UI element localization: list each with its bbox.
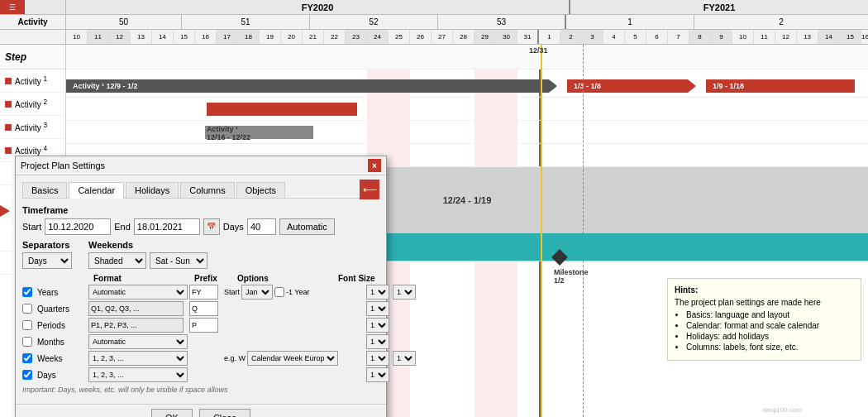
fy-header-row: ☰ FY2020 FY2021 <box>0 0 868 15</box>
quarters-font1-select[interactable]: 11 <box>366 301 389 316</box>
back-icon-button[interactable]: ⟵ <box>360 180 379 199</box>
weekends-style-select[interactable]: Shaded <box>88 252 146 269</box>
dialog-body: Basics Calendar Holidays Columns Objects… <box>16 175 386 404</box>
months-format-select[interactable]: Automatic <box>88 334 188 349</box>
step-label: Step <box>0 45 65 70</box>
weekends-days-select[interactable]: Sat - Sun <box>150 252 207 269</box>
bar-activity1-red1: 1/3 - 1/8 <box>567 79 696 93</box>
day-cells: 10 11 12 13 14 15 16 17 18 19 20 21 22 2… <box>66 30 868 44</box>
tab-objects[interactable]: Objects <box>236 182 285 198</box>
years-font2-select[interactable]: 11 <box>393 285 416 300</box>
periods-prefix-input[interactable] <box>189 318 218 333</box>
timeframe-section: Timeframe Start End 📅 Days Automatic <box>22 205 379 235</box>
week-1: 1 <box>566 15 694 29</box>
hints-title: Hints: <box>675 285 854 295</box>
days-row: Days 1, 2, 3, ... 11 <box>22 367 379 382</box>
week-numbers-row: Activity 50 51 52 53 1 2 <box>0 15 868 30</box>
activity-bullet-1 <box>5 78 12 84</box>
dialog-close-button[interactable]: × <box>368 159 381 172</box>
months-font1-select[interactable]: 11 <box>366 334 389 349</box>
separators-select[interactable]: Days <box>22 252 72 269</box>
weekends-title: Weekends <box>88 240 207 250</box>
years-start-month-select[interactable]: Jan <box>241 285 273 300</box>
separator-line <box>583 45 584 417</box>
weeks-format-select[interactable]: 1, 2, 3, ... <box>88 351 188 366</box>
milestone-label: Milestone1/2 <box>554 268 589 285</box>
periods-row: Periods 11 <box>22 318 379 333</box>
weeks-checkbox[interactable] <box>22 353 32 363</box>
periods-checkbox[interactable] <box>22 320 32 330</box>
hints-box: Hints: The project plan settings are mad… <box>667 278 861 361</box>
calendar-button[interactable]: 📅 <box>203 218 220 235</box>
activity-row-3: Activity 3 <box>0 116 65 139</box>
automatic-button[interactable]: Automatic <box>279 218 335 235</box>
dialog-footer: OK Close <box>16 404 386 417</box>
week-50: 50 <box>66 15 182 29</box>
hints-description: The project plan settings are made here <box>675 298 854 307</box>
activity-row-2: Activity 2 <box>0 93 65 116</box>
end-label: End <box>114 222 131 232</box>
tab-calendar[interactable]: Calendar <box>69 182 124 199</box>
tab-columns[interactable]: Columns <box>180 182 234 198</box>
start-label: Start <box>22 222 41 232</box>
years-checkbox[interactable] <box>22 287 32 297</box>
weeks-row: Weeks 1, 2, 3, ... e.g. W Calendar Week … <box>22 351 379 366</box>
fy2021-label: FY2021 <box>570 0 868 14</box>
months-row: Months Automatic 11 <box>22 334 379 349</box>
end-date-input[interactable] <box>134 218 200 235</box>
weekends-section: Weekends Shaded Sat - Sun <box>88 240 207 269</box>
weeks-calweek-select[interactable]: Calendar Week Europe / ISO... <box>247 351 338 366</box>
years-format-select[interactable]: Automatic <box>88 285 188 300</box>
separators-section: Separators Days <box>22 240 72 269</box>
activity-row-1: Activity 1 <box>0 70 65 93</box>
weeks-font2-select[interactable]: 11 <box>393 351 416 366</box>
week-2: 2 <box>694 15 868 29</box>
left-arrow-indicator <box>0 205 10 217</box>
years-prefix-input[interactable] <box>189 285 218 300</box>
start-date-input[interactable] <box>45 218 111 235</box>
days-format-select[interactable]: 1, 2, 3, ... <box>88 367 188 382</box>
gantt-container: ☰ FY2020 FY2021 Activity 50 51 52 53 1 2… <box>0 0 868 417</box>
quarters-checkbox[interactable] <box>22 304 32 314</box>
days-font1-select[interactable]: 11 <box>366 367 389 382</box>
quarters-format-input <box>88 301 184 316</box>
tab-holidays[interactable]: Holidays <box>126 182 179 198</box>
menu-icon: ☰ <box>9 3 16 12</box>
separators-title: Separators <box>22 240 72 250</box>
hint-item-4: Columns: labels, font size, etc. <box>686 343 854 352</box>
hint-item-2: Calendar: format and scale calendar <box>686 321 854 330</box>
ok-button[interactable]: OK <box>151 409 193 417</box>
tab-basics[interactable]: Basics <box>22 182 67 198</box>
years-font1-select[interactable]: 11 <box>366 285 389 300</box>
years-opt-checkbox[interactable] <box>274 287 284 297</box>
current-date-line <box>541 45 542 417</box>
dialog-titlebar: Project Plan Settings × <box>16 156 386 175</box>
milestone-diamond <box>551 249 568 266</box>
timeframe-title: Timeframe <box>22 205 379 215</box>
separators-weekends-row: Separators Days Weekends Shaded Sat - Su… <box>22 240 379 269</box>
hint-item-3: Holidays: add holidays <box>686 332 854 341</box>
months-checkbox[interactable] <box>22 337 32 347</box>
years-row: Years Automatic Start Jan -1 Year 11 11 <box>22 285 379 300</box>
close-button[interactable]: Close <box>199 409 250 417</box>
menu-button[interactable]: ☰ <box>0 0 25 14</box>
periods-font1-select[interactable]: 11 <box>366 318 389 333</box>
quarters-prefix-input[interactable] <box>189 301 218 316</box>
day-numbers-row: 10 11 12 13 14 15 16 17 18 19 20 21 22 2… <box>0 30 868 45</box>
milestone-date-label: 12/31 <box>529 46 548 55</box>
week-51: 51 <box>182 15 310 29</box>
days-checkbox[interactable] <box>22 370 32 380</box>
periods-format-input <box>88 318 184 333</box>
weeks-font1-select[interactable]: 11 <box>366 351 389 366</box>
days-label: Days <box>223 222 244 232</box>
gray-bar-label: 12/24 - 1/19 <box>443 195 492 205</box>
milestone-container: Milestone1/2 <box>554 252 589 285</box>
bar-activity1-main: Activity ¹ 12/9 - 1/2 <box>66 79 557 93</box>
activity-bullet-4 <box>5 147 12 154</box>
bar-activity3-label: Activity ¹12/16 - 12/22 <box>207 125 250 141</box>
hints-list: Basics: language and layout Calendar: fo… <box>675 310 854 352</box>
days-input[interactable] <box>247 218 276 235</box>
important-note: Important: Days, weeks, etc. will only b… <box>22 386 379 394</box>
week-53: 53 <box>438 15 566 29</box>
bar-activity2 <box>207 103 357 116</box>
